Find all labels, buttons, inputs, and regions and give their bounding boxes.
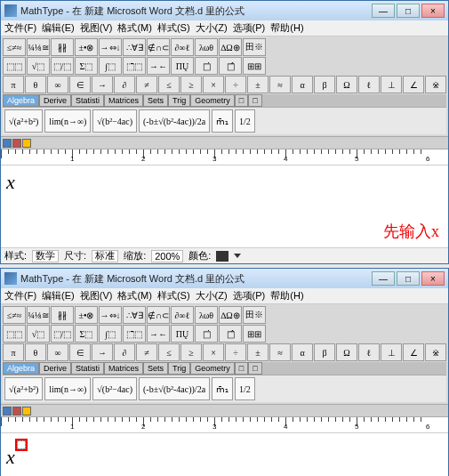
palette-button[interactable]: ±•⊗ <box>75 306 98 324</box>
menu-edit[interactable]: 编辑(E) <box>42 289 75 303</box>
palette-button[interactable]: □̇ <box>195 325 218 343</box>
palette-button[interactable]: ≤≠≈ <box>3 306 26 324</box>
palette-button[interactable]: ※ <box>425 343 446 361</box>
tab-algebra[interactable]: Algebra <box>3 94 39 107</box>
example-button[interactable]: √(b²−4ac) <box>92 377 137 400</box>
palette-button[interactable]: ※ <box>425 76 446 93</box>
palette-button[interactable]: ∉∩⊂ <box>147 38 170 56</box>
palette-button[interactable]: ∞ <box>47 76 68 93</box>
palette-button[interactable]: θ <box>25 76 46 93</box>
tab-trig[interactable]: Trig <box>168 362 190 375</box>
menu-style[interactable]: 样式(S) <box>157 21 190 35</box>
palette-button[interactable]: ∠ <box>403 76 424 93</box>
palette-button[interactable]: ⬚/⬚ <box>51 325 74 343</box>
palette-button[interactable]: ⬚/⬚ <box>51 57 74 75</box>
tab-9[interactable]: □ <box>248 362 261 375</box>
example-button[interactable]: 1/2 <box>235 109 255 133</box>
palette-button[interactable]: ⬚̄⬚ <box>123 57 146 75</box>
color-swatch-blue[interactable] <box>3 139 12 148</box>
tab-sets[interactable]: Sets <box>143 94 168 107</box>
palette-button[interactable]: →← <box>147 57 170 75</box>
palette-button[interactable]: ∫⬚ <box>99 57 122 75</box>
palette-button[interactable]: →← <box>147 325 170 343</box>
palette-button[interactable]: λωθ <box>195 38 218 56</box>
example-button[interactable]: 1/2 <box>235 377 255 400</box>
palette-button[interactable]: ΠŲ <box>171 325 194 343</box>
tab-geometry[interactable]: Geometry <box>190 94 235 107</box>
palette-button[interactable]: ΠŲ <box>171 57 194 75</box>
menu-option[interactable]: 选项(P) <box>233 21 266 35</box>
example-button[interactable]: (-b±√(b²-4ac))/2a <box>139 377 210 400</box>
menu-edit[interactable]: 编辑(E) <box>42 21 75 35</box>
tab-algebra[interactable]: Algebra <box>3 362 39 375</box>
palette-button[interactable]: ± <box>247 76 269 93</box>
palette-button[interactable]: ∞ <box>47 343 68 361</box>
palette-button[interactable]: ≥ <box>180 76 202 93</box>
palette-button[interactable]: ≤≠≈ <box>3 38 26 56</box>
edit-area[interactable]: x x的右上方出现虚框 <box>1 433 448 476</box>
palette-button[interactable]: α <box>292 343 313 361</box>
palette-button[interactable]: ⊞⊞ <box>243 325 266 343</box>
palette-button[interactable]: ∂ <box>114 343 135 361</box>
tab-matrices[interactable]: Matrices <box>104 94 143 107</box>
example-button[interactable]: (-b±√(b²-4ac))/2a <box>139 109 210 133</box>
palette-button[interactable]: → <box>92 76 113 93</box>
color-swatch-blue[interactable] <box>3 407 12 415</box>
menu-help[interactable]: 帮助(H) <box>270 289 303 303</box>
tab-trig[interactable]: Trig <box>168 94 190 107</box>
example-button[interactable]: √(a²+b²) <box>4 377 43 400</box>
status-color-swatch[interactable] <box>216 251 229 262</box>
palette-button[interactable]: ∆Ω⊕ <box>219 38 242 56</box>
palette-button[interactable]: →⇔↓ <box>99 306 122 324</box>
minimize-button[interactable]: — <box>372 271 395 286</box>
palette-button[interactable]: ℓ <box>358 343 380 361</box>
menu-option[interactable]: 选项(P) <box>233 289 266 303</box>
palette-button[interactable]: Ω <box>336 76 357 93</box>
palette-button[interactable]: ¼⅛≅ <box>27 306 50 324</box>
palette-button[interactable]: λωθ <box>195 306 218 324</box>
example-button[interactable]: √(a²+b²) <box>4 109 43 133</box>
palette-button[interactable]: ∦∦ <box>51 306 74 324</box>
status-size-value[interactable]: 标准 <box>92 250 118 262</box>
palette-button[interactable]: ⊥ <box>381 343 402 361</box>
palette-button[interactable]: √⬚ <box>27 57 50 75</box>
palette-button[interactable]: ⬚⬚ <box>3 325 26 343</box>
example-button[interactable]: m̄₁ <box>212 109 233 133</box>
palette-button[interactable]: ≤ <box>158 343 180 361</box>
close-button[interactable]: × <box>421 271 445 286</box>
tab-statistics[interactable]: Statisti <box>71 94 104 107</box>
palette-button[interactable]: ℓ <box>358 76 380 93</box>
palette-button[interactable]: □̇ <box>195 57 218 75</box>
tab-9[interactable]: □ <box>248 94 261 107</box>
tab-derive[interactable]: Derive <box>39 362 71 375</box>
palette-button[interactable]: ≥ <box>180 343 202 361</box>
tab-matrices[interactable]: Matrices <box>104 362 143 375</box>
example-button[interactable]: lim(n→∞) <box>44 377 91 400</box>
palette-button[interactable]: ± <box>247 343 269 361</box>
palette-button[interactable]: ∦∦ <box>51 38 74 56</box>
palette-button[interactable]: Ω <box>336 343 357 361</box>
palette-button[interactable]: →⇔↓ <box>99 38 122 56</box>
minimize-button[interactable]: — <box>372 4 395 18</box>
close-button[interactable]: × <box>421 4 445 18</box>
palette-button[interactable]: ≠ <box>136 76 157 93</box>
example-button[interactable]: m̄₁ <box>212 377 233 400</box>
maximize-button[interactable]: □ <box>397 4 420 18</box>
palette-button[interactable]: β <box>314 76 335 93</box>
palette-button[interactable]: □̂ <box>219 57 242 75</box>
palette-button[interactable]: ≠ <box>136 343 157 361</box>
palette-button[interactable]: ∴∀∃ <box>123 38 146 56</box>
palette-button[interactable]: ∠ <box>403 343 424 361</box>
color-swatch-yellow[interactable] <box>22 407 31 415</box>
color-swatch-red[interactable] <box>12 407 21 415</box>
palette-button[interactable]: ≈ <box>269 343 291 361</box>
palette-button[interactable]: β <box>314 343 335 361</box>
tab-geometry[interactable]: Geometry <box>190 362 235 375</box>
dropdown-icon[interactable] <box>234 254 241 258</box>
palette-button[interactable]: ⬚̄⬚ <box>123 325 146 343</box>
menu-format[interactable]: 格式(M) <box>117 21 152 35</box>
palette-button[interactable]: Σ⬚ <box>75 325 98 343</box>
menu-style[interactable]: 样式(S) <box>157 289 190 303</box>
palette-button[interactable]: √⬚ <box>27 325 50 343</box>
palette-button[interactable]: ∉∩⊂ <box>147 306 170 324</box>
